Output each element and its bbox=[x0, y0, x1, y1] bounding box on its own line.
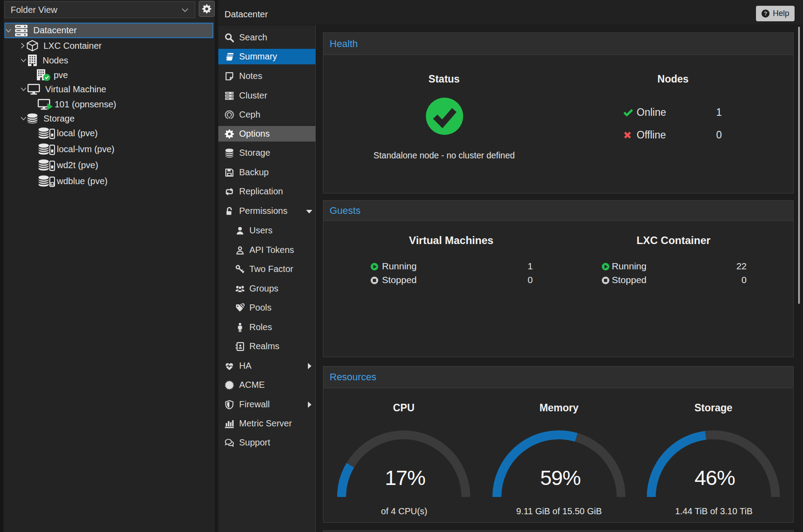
svg-text:?: ? bbox=[764, 11, 768, 17]
